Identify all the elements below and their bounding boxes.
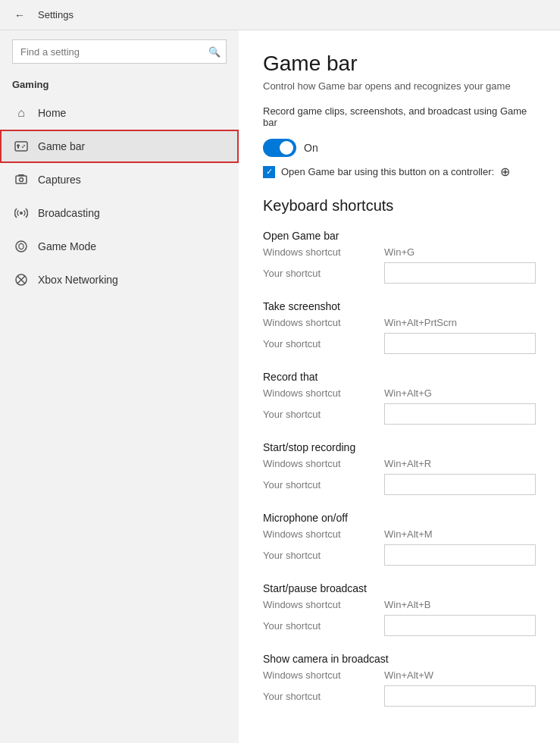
search-container: 🔍 [12,39,227,64]
shortcut-windows-row-1: Windows shortcutWin+Alt+PrtScrn [263,317,536,328]
shortcut-your-row-5: Your shortcut [263,615,536,636]
shortcut-action-2: Record that [263,371,536,383]
svg-point-4 [22,146,23,148]
toggle-track [263,139,296,157]
shortcut-windows-label-6: Windows shortcut [263,669,384,681]
shortcut-windows-value-4: Win+Alt+M [384,528,433,540]
shortcut-windows-value-3: Win+Alt+R [384,458,431,469]
svg-point-6 [20,178,23,182]
shortcuts-heading: Keyboard shortcuts [263,197,536,215]
shortcut-your-input-0[interactable] [384,262,536,284]
home-icon: ⌂ [14,105,29,121]
sidebar-item-captures[interactable]: Captures [0,163,239,196]
shortcut-action-5: Start/pause broadcast [263,582,536,594]
svg-rect-0 [15,142,27,151]
sidebar-item-game-bar[interactable]: Game bar [0,130,239,163]
shortcut-action-0: Open Game bar [263,230,536,242]
shortcut-windows-value-6: Win+Alt+W [384,669,433,681]
sidebar-item-broadcasting[interactable]: Broadcasting [0,196,239,230]
broadcasting-icon [14,205,29,221]
svg-rect-2 [17,145,20,146]
record-label: Record game clips, screenshots, and broa… [263,105,536,128]
shortcut-windows-label-1: Windows shortcut [263,317,384,328]
captures-icon [14,172,29,187]
content-area: Game bar Control how Game bar opens and … [239,30,560,743]
shortcut-your-input-5[interactable] [384,615,536,636]
shortcut-your-input-4[interactable] [384,544,536,566]
shortcut-your-label-2: Your shortcut [263,409,384,420]
toggle-thumb [280,141,293,155]
svg-point-3 [23,145,25,146]
shortcut-group-1: Take screenshotWindows shortcutWin+Alt+P… [263,300,536,354]
shortcut-your-label-5: Your shortcut [263,620,384,632]
shortcut-windows-label-2: Windows shortcut [263,387,384,399]
sidebar-item-captures-label: Captures [38,174,81,186]
sidebar-item-game-bar-label: Game bar [38,140,85,152]
shortcut-your-input-3[interactable] [384,474,536,495]
svg-point-9 [16,241,27,252]
shortcut-your-row-3: Your shortcut [263,474,536,495]
checkbox-row: Open Game bar using this button on a con… [263,165,536,179]
sidebar-item-home[interactable]: ⌂ Home [0,96,239,130]
page-title: Game bar [263,52,536,76]
shortcut-windows-row-5: Windows shortcutWin+Alt+B [263,599,536,610]
shortcut-group-6: Show camera in broadcastWindows shortcut… [263,653,536,707]
shortcut-group-0: Open Game barWindows shortcutWin+GYour s… [263,230,536,284]
gamebar-toggle[interactable] [263,139,296,157]
sidebar-item-broadcasting-label: Broadcasting [38,207,100,219]
shortcut-your-row-1: Your shortcut [263,333,536,354]
xbox-networking-icon [14,272,29,287]
shortcut-windows-label-5: Windows shortcut [263,599,384,610]
search-input[interactable] [12,39,227,64]
svg-rect-7 [18,174,24,176]
shortcut-action-4: Microphone on/off [263,512,536,524]
shortcut-action-6: Show camera in broadcast [263,653,536,665]
back-icon: ← [14,9,25,21]
shortcut-windows-value-1: Win+Alt+PrtScrn [384,317,457,328]
page-subtitle: Control how Game bar opens and recognize… [263,80,536,92]
shortcuts-container: Open Game barWindows shortcutWin+GYour s… [263,230,536,707]
shortcut-windows-value-0: Win+G [384,246,415,258]
sidebar-item-home-label: Home [38,107,66,119]
shortcut-windows-row-3: Windows shortcutWin+Alt+R [263,458,536,469]
shortcut-your-row-0: Your shortcut [263,262,536,284]
shortcut-your-label-1: Your shortcut [263,338,384,350]
sidebar-section-label: Gaming [0,76,239,96]
search-icon: 🔍 [208,46,221,58]
shortcut-group-5: Start/pause broadcastWindows shortcutWin… [263,582,536,636]
shortcut-your-row-4: Your shortcut [263,544,536,566]
xbox-icon: ⊕ [500,165,510,179]
shortcut-windows-row-2: Windows shortcutWin+Alt+G [263,387,536,399]
shortcut-action-1: Take screenshot [263,300,536,312]
svg-point-8 [20,212,23,215]
shortcut-group-3: Start/stop recordingWindows shortcutWin+… [263,441,536,495]
sidebar-item-xbox-networking[interactable]: Xbox Networking [0,263,239,296]
toggle-row: On [263,139,536,157]
window-title: Settings [38,9,74,20]
back-button[interactable]: ← [9,5,30,26]
controller-checkbox[interactable] [263,166,275,178]
shortcut-your-row-2: Your shortcut [263,403,536,425]
shortcut-group-4: Microphone on/offWindows shortcutWin+Alt… [263,512,536,566]
shortcut-your-input-2[interactable] [384,403,536,425]
sidebar: 🔍 Gaming ⌂ Home Game bar [0,30,239,743]
shortcut-action-3: Start/stop recording [263,441,536,453]
main-layout: 🔍 Gaming ⌂ Home Game bar [0,30,560,743]
shortcut-your-label-4: Your shortcut [263,550,384,561]
shortcut-windows-value-5: Win+Alt+B [384,599,430,610]
shortcut-your-label-0: Your shortcut [263,268,384,279]
shortcut-your-input-6[interactable] [384,685,536,707]
shortcut-group-2: Record thatWindows shortcutWin+Alt+GYour… [263,371,536,425]
shortcut-your-label-6: Your shortcut [263,691,384,702]
shortcut-windows-row-0: Windows shortcutWin+G [263,246,536,258]
shortcut-windows-label-0: Windows shortcut [263,246,384,258]
shortcut-windows-value-2: Win+Alt+G [384,387,432,399]
sidebar-item-game-mode-label: Game Mode [38,240,96,252]
shortcut-your-input-1[interactable] [384,333,536,354]
sidebar-item-xbox-networking-label: Xbox Networking [38,274,118,286]
toggle-on-label: On [304,142,318,154]
game-bar-icon [14,139,29,154]
sidebar-item-game-mode[interactable]: Game Mode [0,230,239,263]
svg-rect-5 [16,176,27,183]
title-bar: ← Settings [0,0,560,30]
